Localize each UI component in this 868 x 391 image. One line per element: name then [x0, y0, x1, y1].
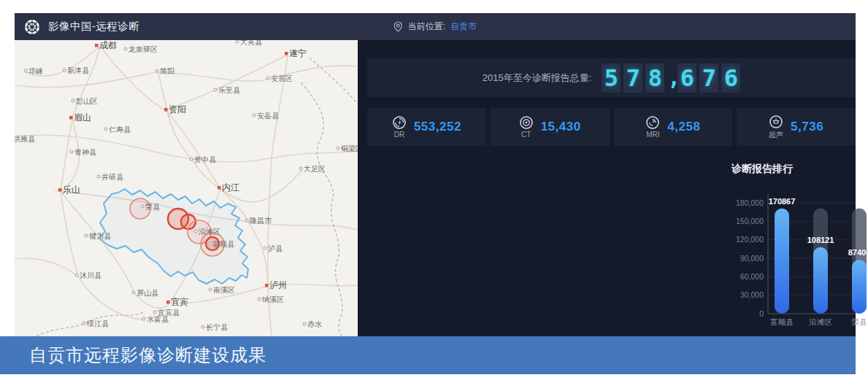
- svg-text:眉山: 眉山: [74, 112, 91, 123]
- svg-text:宜宾: 宜宾: [171, 297, 188, 307]
- stat-value: 4,258: [667, 120, 700, 134]
- stat-card-dr: DR 553,252: [367, 108, 486, 146]
- digit-cell: 7: [623, 63, 642, 93]
- svg-text:铜梁区: 铜梁区: [341, 144, 358, 152]
- svg-text:108121: 108121: [807, 236, 834, 244]
- caption-bar: 自贡市远程影像诊断建设成果: [0, 336, 856, 374]
- digit-cell: 7: [699, 63, 718, 93]
- dr-machine-icon: [392, 115, 407, 130]
- svg-text:170867: 170867: [769, 197, 796, 206]
- svg-text:沿滩区: 沿滩区: [199, 228, 220, 236]
- svg-text:邛崃: 邛崃: [28, 67, 43, 75]
- svg-text:长宁县: 长宁县: [206, 323, 228, 331]
- stat-card-ct: CT 15,430: [491, 108, 610, 146]
- svg-text:资中县: 资中县: [194, 155, 217, 163]
- stat-value: 15,430: [541, 120, 581, 134]
- svg-text:大英县: 大英县: [240, 40, 263, 46]
- svg-text:纳溪区: 纳溪区: [262, 295, 284, 303]
- svg-text:泸县: 泸县: [268, 244, 283, 252]
- digit-cell: 6: [677, 63, 696, 93]
- location-pin-icon: [393, 21, 403, 32]
- digit-cell: 6: [721, 63, 740, 93]
- svg-text:龙泉驿区: 龙泉驿区: [128, 45, 158, 53]
- current-location: 当前位置: 自贡市: [393, 13, 477, 40]
- svg-text:水富县: 水富县: [147, 315, 169, 323]
- svg-text:乐至县: 乐至县: [218, 86, 241, 94]
- svg-text:青神县: 青神县: [74, 148, 97, 156]
- stat-label: DR: [394, 131, 404, 139]
- svg-text:安岳县: 安岳县: [257, 112, 280, 120]
- svg-text:井研县: 井研县: [101, 173, 124, 181]
- bar-chart-plot[interactable]: 030,00060,00090,000120,000150,000180,000…: [731, 179, 868, 335]
- region-map[interactable]: 成都龙泉驿区大英县遂宁邛崃新津县简阳安居区乐至县彭山区资阳安岳县眉山仁寿县洪雅县…: [15, 40, 358, 336]
- ct-machine-icon: [519, 115, 534, 130]
- svg-text:180,000: 180,000: [736, 198, 764, 207]
- svg-text:犍为县: 犍为县: [89, 232, 112, 240]
- ultrasound-machine-icon: [769, 115, 783, 129]
- svg-text:150,000: 150,000: [736, 217, 764, 225]
- svg-text:0: 0: [759, 309, 764, 318]
- svg-text:乐山: 乐山: [63, 185, 80, 195]
- svg-text:120,000: 120,000: [736, 235, 764, 244]
- modality-stats-row: DR 553,252 CT 15,430 MRI: [367, 108, 856, 146]
- stat-label: 超声: [769, 130, 783, 140]
- digit-cell: 5: [602, 63, 621, 93]
- app-title: 影像中国-远程诊断: [48, 20, 139, 34]
- svg-text:简阳: 简阳: [160, 67, 174, 75]
- digit-cell: 8: [645, 63, 664, 93]
- svg-text:安居区: 安居区: [271, 74, 293, 82]
- svg-text:87406: 87406: [848, 248, 868, 257]
- report-ranking-chart: 诊断报告排行 030,00060,00090,000120,000150,000…: [725, 157, 868, 336]
- svg-text:90,000: 90,000: [740, 254, 764, 263]
- location-label: 当前位置:: [408, 20, 445, 33]
- caption-title: 自贡市远程影像诊断建设成果: [29, 344, 266, 367]
- counter-label: 2015年至今诊断报告总量:: [483, 71, 592, 85]
- svg-text:赤水: 赤水: [307, 320, 322, 328]
- stat-card-mri: MRI 4,258: [614, 108, 733, 146]
- total-counter-panel: 2015年至今诊断报告总量: 578,676: [367, 58, 856, 97]
- svg-text:资阳: 资阳: [169, 104, 186, 115]
- svg-text:30,000: 30,000: [740, 290, 764, 299]
- svg-text:内江: 内江: [222, 182, 239, 193]
- svg-text:富顺县: 富顺县: [770, 317, 794, 326]
- svg-text:仁寿县: 仁寿县: [109, 125, 131, 133]
- app-header: 影像中国-远程诊断 当前位置: 自贡市: [15, 13, 856, 40]
- stat-label: MRI: [646, 131, 659, 139]
- counter-digits: 578,676: [602, 63, 740, 93]
- dashboard-panel: 2015年至今诊断报告总量: 578,676 DR 553,252: [358, 40, 856, 336]
- stat-value: 5,736: [791, 120, 823, 134]
- svg-text:新津县: 新津县: [67, 66, 90, 74]
- svg-text:洪雅县: 洪雅县: [15, 135, 36, 143]
- logo-icon: [23, 18, 41, 36]
- svg-text:沐川县: 沐川县: [80, 271, 102, 279]
- svg-text:60,000: 60,000: [740, 272, 764, 281]
- svg-text:泸州: 泸州: [269, 280, 287, 290]
- mri-machine-icon: [645, 115, 660, 130]
- bar-chart-title: 诊断报告排行: [731, 163, 868, 179]
- svg-text:成都: 成都: [99, 40, 117, 50]
- digit-separator: ,: [667, 65, 675, 90]
- svg-text:南溪区: 南溪区: [213, 286, 235, 294]
- svg-text:绥江县: 绥江县: [87, 320, 110, 328]
- svg-text:荣县: 荣县: [145, 203, 161, 211]
- svg-text:大足区: 大足区: [304, 165, 326, 173]
- stat-card-ultrasound: 超声 5,736: [737, 108, 856, 146]
- stat-value: 553,252: [414, 120, 461, 134]
- svg-text:富顺县: 富顺县: [212, 240, 235, 248]
- svg-text:沿滩区: 沿滩区: [809, 317, 832, 326]
- svg-text:彭山区: 彭山区: [75, 97, 98, 105]
- stat-label: CT: [521, 131, 531, 139]
- svg-text:遂宁: 遂宁: [289, 48, 307, 58]
- svg-text:隆昌市: 隆昌市: [250, 217, 272, 225]
- location-value-link[interactable]: 自贡市: [450, 20, 477, 33]
- svg-text:屏山县: 屏山县: [137, 289, 159, 297]
- svg-text:荣县: 荣县: [852, 317, 868, 326]
